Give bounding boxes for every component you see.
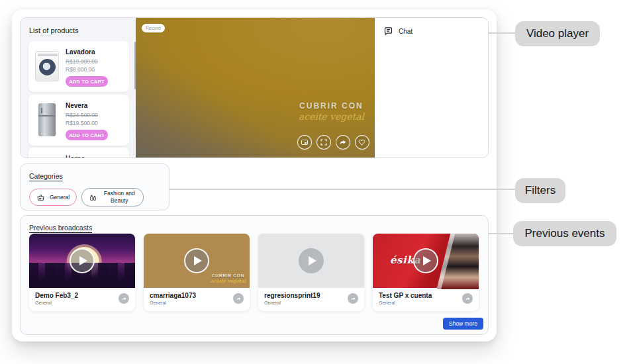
play-icon[interactable] — [413, 248, 438, 273]
product-name: Horno Microondas — [66, 155, 124, 158]
broadcast-category: General — [379, 300, 432, 305]
like-button[interactable] — [355, 135, 369, 150]
show-more-button[interactable]: Show more — [443, 318, 483, 330]
broadcast-category: General — [264, 300, 320, 305]
product-image — [34, 48, 60, 83]
play-icon[interactable] — [184, 248, 209, 273]
share-icon[interactable] — [233, 293, 244, 304]
category-label: Fashion and Beauty — [102, 190, 136, 204]
previous-broadcasts-panel: Previous broadcasts Demo Feb3_2 General — [20, 215, 489, 335]
video-player[interactable]: Record CUBRIR CON aceite vegetal — [136, 18, 375, 158]
product-image — [34, 102, 60, 137]
video-controls — [297, 135, 369, 150]
share-icon[interactable] — [462, 293, 473, 304]
add-to-cart-button[interactable]: ADD TO CART — [66, 130, 108, 140]
product-card: Lavadora R$10.000.00 R$8.000.00 ADD TO C… — [28, 41, 129, 92]
product-price: R$8.000.00 — [66, 66, 124, 73]
broadcast-category: General — [35, 300, 78, 305]
broadcast-card[interactable]: ésika Test GP x cuenta General — [373, 234, 479, 311]
broadcast-title: Demo Feb3_2 — [35, 292, 78, 299]
thumbnail-caption: CUBRIR CON aceite vegetal — [211, 273, 246, 284]
chat-panel: Chat — [375, 18, 489, 158]
add-to-cart-button[interactable]: ADD TO CART — [66, 76, 108, 87]
broadcast-thumbnail[interactable]: ésika — [373, 234, 479, 288]
broadcast-category: General — [150, 300, 196, 305]
broadcast-card[interactable]: Demo Feb3_2 General — [29, 234, 135, 311]
annotation-previous-events: Previous events — [513, 221, 616, 246]
play-icon[interactable] — [70, 248, 95, 273]
basket-icon — [36, 193, 45, 202]
annotation-filters: Filters — [515, 178, 565, 203]
cosmetics-icon — [89, 193, 97, 202]
broadcast-title: regresionsprint19 — [264, 292, 320, 299]
video-player-section: List of products Lavadora R$10.000.00 R$… — [20, 17, 489, 158]
broadcast-card[interactable]: regresionsprint19 General — [258, 234, 364, 311]
product-old-price: R$10.000.00 — [66, 58, 124, 65]
video-caption-title: CUBRIR CON — [299, 101, 364, 111]
broadcasts-title: Previous broadcasts — [29, 224, 92, 232]
category-button-general[interactable]: General — [29, 189, 77, 206]
share-icon[interactable] — [348, 293, 358, 304]
broadcast-title: cmarriaga1073 — [150, 292, 196, 299]
product-image — [34, 155, 60, 158]
picture-in-picture-icon — [301, 138, 309, 146]
broadcast-thumbnail[interactable]: CUBRIR CON aceite vegetal — [144, 234, 250, 288]
connector-line-filters — [170, 189, 515, 190]
product-old-price: R$24.500.00 — [66, 112, 124, 118]
picture-in-picture-button[interactable] — [297, 135, 312, 150]
broadcast-thumbnail[interactable] — [29, 234, 135, 288]
broadcast-thumbnail[interactable] — [258, 234, 364, 288]
product-name: Lavadora — [66, 48, 124, 56]
heart-icon — [358, 138, 366, 146]
washing-machine-image — [35, 51, 59, 81]
product-name: Nevera — [66, 102, 124, 109]
app-window: List of products Lavadora R$10.000.00 R$… — [12, 9, 497, 341]
video-caption: CUBRIR CON aceite vegetal — [299, 101, 364, 122]
product-price: R$19.500.00 — [66, 120, 124, 126]
filters-panel: Categories General Fashion and Beauty — [20, 163, 170, 210]
video-caption-subtitle: aceite vegetal — [299, 111, 364, 122]
fullscreen-button[interactable] — [316, 135, 331, 150]
share-icon[interactable] — [119, 293, 129, 304]
categories-title: Categories — [29, 172, 63, 180]
share-button[interactable] — [336, 135, 350, 150]
category-button-fashion-and-beauty[interactable]: Fashion and Beauty — [81, 188, 144, 206]
fridge-image — [38, 103, 56, 136]
record-badge: Record — [142, 24, 165, 32]
product-list-title: List of products — [29, 26, 79, 34]
broadcast-title: Test GP x cuenta — [379, 292, 432, 299]
share-icon — [339, 138, 347, 146]
connector-line-previous-events — [489, 233, 513, 234]
product-card: Nevera R$24.500.00 R$19.500.00 ADD TO CA… — [28, 95, 129, 146]
chat-title: Chat — [399, 28, 413, 35]
connector-line-video-player — [489, 32, 515, 34]
broadcast-card[interactable]: CUBRIR CON aceite vegetal cmarriaga1073 … — [144, 234, 250, 311]
annotation-video-player: Video player — [515, 21, 600, 46]
product-card: Horno Microondas — [28, 148, 129, 158]
category-label: General — [50, 194, 70, 201]
play-icon[interactable] — [299, 248, 324, 273]
chat-icon — [383, 26, 393, 36]
product-list-panel: List of products Lavadora R$10.000.00 R$… — [21, 18, 136, 158]
fullscreen-icon — [320, 138, 328, 146]
